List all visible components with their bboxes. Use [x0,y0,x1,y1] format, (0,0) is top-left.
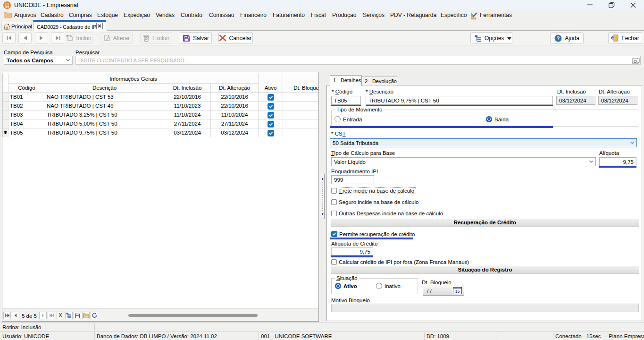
svg-text:?: ? [557,35,560,41]
